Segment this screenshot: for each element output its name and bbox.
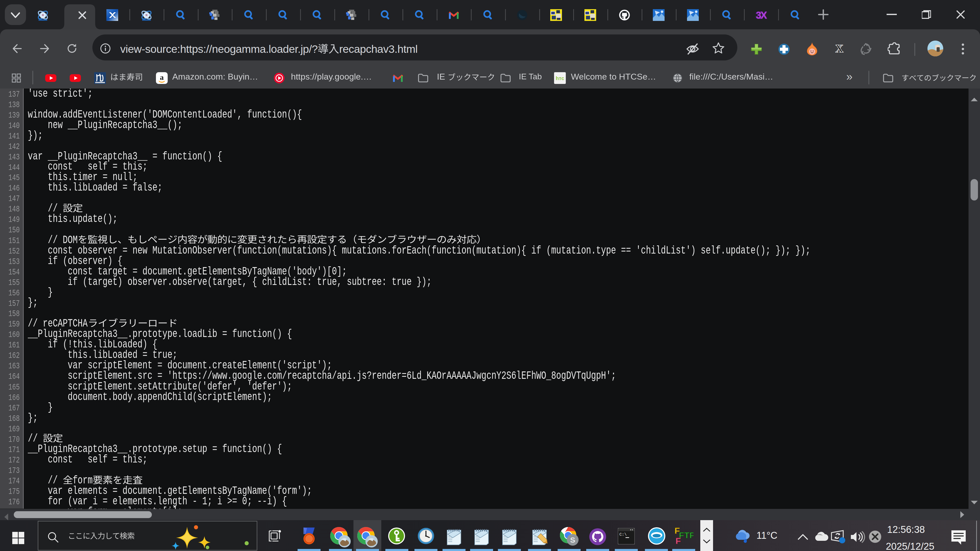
svg-text:S: S <box>570 536 575 544</box>
svg-text:C:\: C:\ <box>619 532 627 537</box>
svg-text:a: a <box>160 73 164 81</box>
svg-text:X: X <box>835 43 843 55</box>
svg-text:3X: 3X <box>756 10 767 21</box>
svg-text:hтc: hтc <box>555 76 564 81</box>
svg-text:F: F <box>676 536 681 545</box>
svg-text:FTP: FTP <box>679 530 694 540</box>
